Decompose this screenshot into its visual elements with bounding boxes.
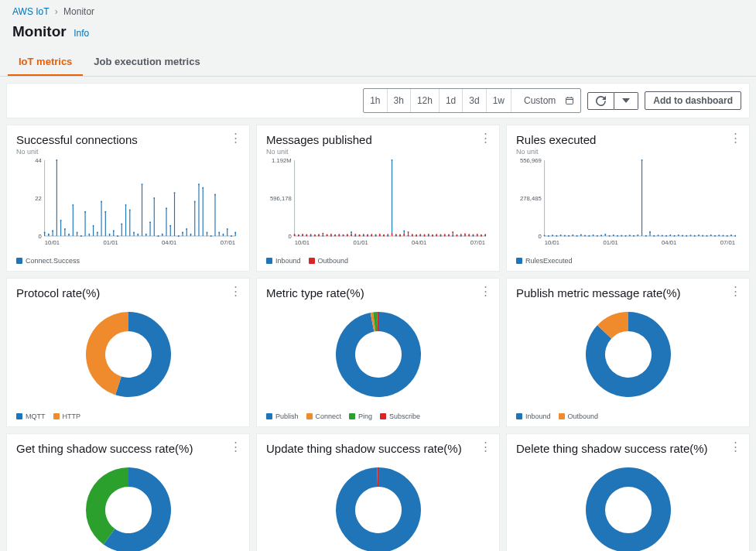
legend-item: Subscribe bbox=[380, 412, 420, 420]
refresh-button-group bbox=[587, 92, 638, 110]
svg-point-328 bbox=[560, 234, 562, 236]
legend-label: MQTT bbox=[26, 412, 46, 420]
add-to-dashboard-button[interactable]: Add to dashboard bbox=[645, 91, 741, 110]
svg-text:07/01: 07/01 bbox=[221, 239, 235, 246]
refresh-dropdown-button[interactable] bbox=[614, 92, 638, 110]
info-link[interactable]: Info bbox=[74, 28, 89, 39]
svg-text:10/01: 10/01 bbox=[45, 239, 60, 246]
svg-point-287 bbox=[440, 234, 442, 236]
tabs: IoT metrics Job execution metrics bbox=[0, 48, 756, 77]
legend-label: Inbound bbox=[275, 257, 301, 265]
svg-point-251 bbox=[367, 234, 368, 236]
card-menu-button[interactable]: ⋮ bbox=[230, 285, 241, 296]
card-menu-button[interactable]: ⋮ bbox=[480, 132, 491, 143]
svg-point-390 bbox=[686, 235, 687, 237]
svg-text:04/01: 04/01 bbox=[412, 239, 426, 246]
refresh-icon bbox=[596, 96, 606, 106]
svg-point-106 bbox=[231, 235, 232, 237]
card-title: Delete thing shadow success rate(%) bbox=[516, 442, 740, 455]
svg-point-289 bbox=[444, 234, 446, 235]
svg-text:07/01: 07/01 bbox=[720, 239, 735, 246]
svg-point-368 bbox=[641, 159, 643, 161]
svg-text:1.192M: 1.192M bbox=[272, 157, 292, 164]
chart-container bbox=[266, 301, 490, 408]
svg-point-374 bbox=[653, 235, 655, 237]
svg-point-237 bbox=[338, 234, 340, 235]
tab-job-execution-metrics[interactable]: Job execution metrics bbox=[83, 48, 210, 76]
svg-point-332 bbox=[568, 235, 570, 237]
card-menu-button[interactable]: ⋮ bbox=[230, 440, 241, 452]
legend-label: Outbound bbox=[318, 257, 349, 265]
breadcrumb: AWS IoT › Monitor bbox=[0, 0, 756, 20]
svg-point-225 bbox=[314, 234, 316, 236]
range-1h[interactable]: 1h bbox=[364, 89, 386, 112]
svg-point-86 bbox=[190, 234, 192, 235]
calendar-icon bbox=[565, 96, 574, 105]
range-custom[interactable]: Custom bbox=[511, 89, 580, 112]
svg-point-253 bbox=[371, 234, 372, 235]
svg-point-400 bbox=[706, 235, 708, 237]
svg-point-94 bbox=[207, 232, 208, 234]
svg-point-354 bbox=[613, 234, 614, 236]
tab-iot-metrics[interactable]: IoT metrics bbox=[8, 48, 83, 76]
card-menu-button[interactable]: ⋮ bbox=[730, 440, 741, 452]
range-3d[interactable]: 3d bbox=[462, 89, 485, 112]
svg-text:0: 0 bbox=[288, 233, 292, 240]
svg-point-40 bbox=[97, 232, 98, 234]
svg-point-299 bbox=[464, 234, 466, 235]
caret-down-icon bbox=[622, 97, 630, 104]
legend-item: Outbound bbox=[559, 412, 599, 420]
svg-point-104 bbox=[227, 228, 228, 230]
svg-point-259 bbox=[383, 234, 385, 236]
range-3h[interactable]: 3h bbox=[387, 89, 410, 112]
svg-point-380 bbox=[665, 235, 667, 237]
svg-point-410 bbox=[727, 235, 728, 237]
chart-container bbox=[16, 457, 240, 551]
svg-point-396 bbox=[698, 234, 700, 236]
legend-label: Publish bbox=[275, 412, 299, 420]
card-menu-button[interactable]: ⋮ bbox=[480, 440, 491, 452]
svg-point-366 bbox=[637, 234, 638, 236]
card-menu-button[interactable]: ⋮ bbox=[480, 285, 491, 296]
svg-point-215 bbox=[294, 234, 296, 235]
legend-item: Publish bbox=[266, 412, 299, 420]
svg-point-88 bbox=[194, 200, 196, 202]
svg-point-70 bbox=[158, 235, 159, 237]
svg-point-356 bbox=[617, 235, 618, 237]
range-1w[interactable]: 1w bbox=[486, 89, 511, 112]
donut-chart bbox=[328, 460, 429, 551]
card-menu-button[interactable]: ⋮ bbox=[730, 285, 741, 296]
card-title: Get thing shadow success rate(%) bbox=[16, 442, 240, 455]
svg-point-295 bbox=[457, 234, 458, 236]
legend-label: Connect bbox=[316, 412, 342, 420]
card-title: Metric type rate(%) bbox=[266, 286, 490, 299]
card-menu-button[interactable]: ⋮ bbox=[230, 132, 241, 143]
range-1d[interactable]: 1d bbox=[439, 89, 462, 112]
svg-point-28 bbox=[72, 204, 74, 206]
svg-point-229 bbox=[322, 233, 323, 234]
svg-text:0: 0 bbox=[538, 233, 542, 240]
svg-point-281 bbox=[428, 234, 429, 235]
svg-point-320 bbox=[544, 234, 546, 236]
svg-point-217 bbox=[298, 234, 299, 236]
breadcrumb-root[interactable]: AWS IoT bbox=[12, 6, 49, 17]
legend-swatch bbox=[16, 258, 22, 264]
metric-grid: Successful connections⋮No unit0224410/01… bbox=[0, 125, 756, 551]
svg-point-275 bbox=[416, 234, 417, 236]
svg-point-92 bbox=[202, 187, 204, 189]
refresh-button[interactable] bbox=[587, 92, 614, 110]
card-title: Messages published bbox=[266, 133, 490, 146]
svg-point-394 bbox=[694, 235, 696, 237]
chart-container bbox=[16, 301, 240, 408]
page-title: Monitor bbox=[12, 23, 67, 39]
card-menu-button[interactable]: ⋮ bbox=[730, 132, 741, 143]
card-msg: Messages published⋮No unit0596,1781.192M… bbox=[256, 125, 500, 272]
donut-chart bbox=[578, 304, 679, 405]
svg-point-305 bbox=[477, 234, 478, 235]
svg-point-66 bbox=[149, 221, 151, 223]
svg-point-22 bbox=[60, 220, 62, 221]
svg-point-16 bbox=[48, 234, 50, 235]
svg-point-384 bbox=[674, 235, 676, 237]
svg-point-18 bbox=[52, 230, 53, 231]
range-12h[interactable]: 12h bbox=[410, 89, 439, 112]
